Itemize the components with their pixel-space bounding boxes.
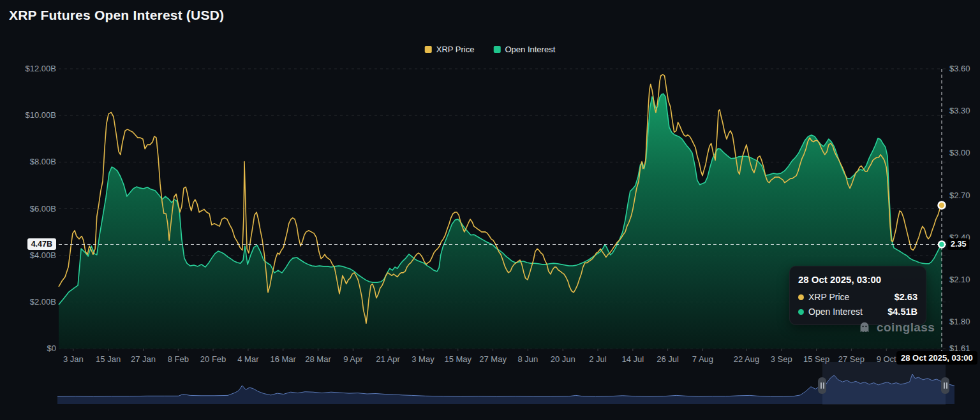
left-axis-tick: $2.00B — [30, 297, 56, 307]
xrp-price-swatch-icon — [425, 46, 432, 53]
open-interest-swatch-icon — [493, 46, 500, 53]
right-axis-tick: $2.10 — [949, 275, 970, 284]
right-axis-tick: $3.00 — [949, 148, 970, 157]
left-axis-tick: $6.00B — [30, 204, 56, 214]
open-interest-dot-icon — [798, 309, 804, 315]
legend: XRP Price Open Interest — [425, 45, 556, 54]
left-axis-tick: $4.00B — [30, 250, 56, 260]
x-axis-tick: 15 May — [444, 354, 471, 364]
x-axis-tick: 7 Aug — [692, 354, 713, 364]
x-axis-tick: 21 Apr — [376, 354, 400, 364]
x-axis-tick: 27 Jan — [131, 354, 156, 364]
legend-label-open-interest: Open Interest — [505, 45, 555, 54]
x-axis-tick: 28 Mar — [305, 354, 330, 364]
x-axis-tick: 27 May — [479, 354, 507, 364]
chart-panel: XRP Futures Open Interest (USD) XRP Pric… — [0, 0, 980, 420]
x-axis-tick: 4 Mar — [237, 354, 258, 364]
x-axis-tick: 3 Sep — [771, 354, 792, 364]
x-axis-tick: 3 May — [412, 354, 434, 364]
crosshair-right-value-badge: 2.35 — [947, 238, 969, 250]
chart-tooltip: 28 Oct 2025, 03:00 XRP Price $2.63 Open … — [789, 266, 926, 325]
x-axis-tick: 16 Mar — [270, 354, 295, 364]
crosshair-left-value-badge: 4.47B — [27, 238, 56, 250]
legend-label-xrp-price: XRP Price — [436, 45, 475, 54]
crosshair-date-badge: 28 Oct 2025, 03:00 — [896, 351, 977, 365]
x-axis-tick: 2 Jul — [589, 354, 606, 364]
tooltip-label: Open Interest — [808, 307, 863, 317]
x-axis-tick: 15 Jan — [96, 354, 121, 364]
x-axis-tick: 20 Feb — [200, 354, 226, 364]
navigator-selection[interactable] — [822, 362, 946, 405]
watermark-text: coinglass — [877, 321, 935, 335]
coinglass-logo-icon — [858, 321, 872, 335]
left-axis-tick: $10.00B — [26, 110, 56, 120]
x-axis-tick: 9 Apr — [343, 354, 362, 364]
tooltip-label: XRP Price — [808, 292, 849, 302]
right-axis-tick: $2.70 — [949, 191, 970, 200]
x-axis-tick: 3 Jan — [63, 354, 84, 364]
right-axis-tick: $3.30 — [949, 106, 970, 115]
watermark: coinglass — [858, 321, 935, 335]
left-axis-tick: $0 — [47, 344, 56, 353]
left-axis-tick: $12.00B — [26, 64, 56, 73]
x-axis-tick: 22 Aug — [734, 354, 760, 364]
left-axis-tick: $8.00B — [30, 157, 56, 166]
x-axis-tick: 26 Jul — [657, 354, 679, 364]
x-axis-tick: 14 Jul — [621, 354, 644, 364]
tooltip-value: $4.51B — [887, 307, 917, 317]
legend-item-xrp-price[interactable]: XRP Price — [425, 45, 475, 54]
legend-item-open-interest[interactable]: Open Interest — [493, 45, 555, 54]
xrp-price-dot-icon — [798, 294, 804, 300]
right-axis-tick: $1.80 — [949, 317, 970, 326]
navigator-handle-left[interactable] — [818, 377, 826, 394]
x-axis-tick: 8 Feb — [168, 354, 189, 364]
right-axis-tick: $3.60 — [949, 64, 970, 73]
tooltip-title: 28 Oct 2025, 03:00 — [798, 274, 917, 285]
tooltip-row-open-interest: Open Interest $4.51B — [798, 307, 917, 317]
x-axis-tick: 20 Jun — [551, 354, 575, 364]
x-axis-tick: 8 Jun — [517, 354, 538, 364]
navigator-handle-right[interactable] — [941, 377, 949, 394]
tooltip-value: $2.63 — [895, 292, 917, 302]
tooltip-row-xrp-price: XRP Price $2.63 — [798, 292, 917, 302]
